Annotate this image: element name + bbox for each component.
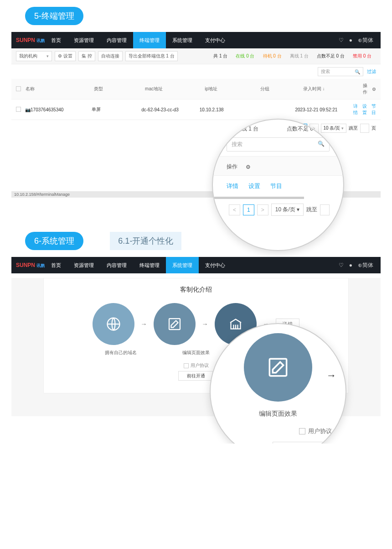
- zoom-step-label: 编辑页面效果: [211, 410, 346, 418]
- zoom-op-program[interactable]: 节目: [270, 182, 282, 190]
- bell-icon[interactable]: ♡: [339, 37, 344, 43]
- toolbar: 我的机构▾ ⚙ 设置 集 控 自动连接 导出全部终端信息 1 台 共 1 台 在…: [11, 48, 381, 64]
- zoom-arrow-icon: →: [326, 370, 336, 382]
- nav-payment[interactable]: 支付中心: [199, 257, 232, 273]
- table-header: 名称 类型 mac地址 ip地址 分组 录入时间 ↓ 操作⚙: [11, 79, 381, 99]
- step-2-label: 编辑页面效果: [182, 350, 210, 356]
- status-total: 共 1 台: [213, 53, 227, 59]
- zoom-protocol-label: 用户协议: [308, 427, 332, 435]
- section-6-1-heading: 6.1-开通个性化: [110, 232, 181, 250]
- arrow-icon: →: [141, 320, 147, 328]
- status-row: 共 1 台 在线 0 台 待机 0 台 离线 1 台 点数不足 0 台 禁用 0…: [213, 53, 376, 59]
- cell-ip: 10.10.2.138: [200, 107, 253, 112]
- col-ops: 操作⚙: [363, 83, 376, 95]
- status-standby: 待机 0 台: [263, 53, 282, 59]
- zoom-pager-next[interactable]: >: [257, 204, 268, 215]
- nav-home[interactable]: 首页: [45, 32, 67, 48]
- cell-type: 单屏: [92, 106, 141, 113]
- nav-resource[interactable]: 资源管理: [67, 257, 100, 273]
- zoom-pager-size[interactable]: 10 条/页 ▾: [271, 204, 304, 216]
- building-icon: [227, 316, 244, 332]
- zoom-op-detail[interactable]: 详情: [227, 182, 238, 190]
- cell-name: 📷1703764635340: [25, 107, 92, 112]
- col-time: 录入时间 ↓: [303, 86, 363, 92]
- user-icon[interactable]: ●: [349, 37, 352, 43]
- op-detail[interactable]: 详情: [353, 103, 358, 116]
- status-offline: 离线 1 台: [290, 53, 309, 59]
- zoom-go-button[interactable]: 前往开通: [273, 442, 332, 444]
- nav-content[interactable]: 内容管理: [100, 257, 133, 273]
- navbar: SUNPN 讯鹏 首页 资源管理 内容管理 终端管理 系统管理 支付中心 ♡ ●…: [11, 32, 381, 48]
- nav-system[interactable]: 系统管理: [166, 32, 199, 48]
- pager-size[interactable]: 10 条/页 ▾: [321, 124, 346, 133]
- nav-home[interactable]: 首页: [45, 257, 67, 273]
- step-1-circle: [93, 303, 134, 345]
- op-program[interactable]: 节目: [371, 103, 376, 116]
- bell-icon[interactable]: ♡: [339, 262, 344, 268]
- terminal-table: 名称 类型 mac地址 ip地址 分组 录入时间 ↓ 操作⚙ 📷17037646…: [11, 79, 381, 120]
- filter-row: 搜索🔍 过滤: [11, 64, 381, 79]
- nav-resource[interactable]: 资源管理: [67, 32, 100, 48]
- checkbox-all[interactable]: [16, 86, 21, 91]
- pager-jump-label: 跳至: [349, 125, 358, 131]
- status-disabled: 禁用 0 台: [353, 53, 371, 59]
- go-activate-button[interactable]: 前往开通: [178, 371, 214, 381]
- section-5-badge: 5-终端管理: [25, 7, 83, 25]
- globe-icon: [105, 316, 122, 332]
- org-select[interactable]: 我的机构▾: [16, 51, 52, 61]
- zoom-search-input[interactable]: 搜索🔍: [227, 137, 330, 152]
- checkbox-row[interactable]: [16, 107, 21, 112]
- nav-terminal[interactable]: 终端管理: [133, 257, 166, 273]
- zoom-jump-label: 跳至: [306, 206, 317, 214]
- col-mac: mac地址: [145, 86, 205, 92]
- zoom-protocol-checkbox[interactable]: [299, 428, 305, 434]
- search-icon: 🔍: [318, 141, 325, 148]
- zoom-lens-1: 离线 1 台 点数不足 0 台 搜索🔍 操作⚙ 详情 设置 节目 < 1 > 1…: [212, 119, 344, 251]
- zoom-op-settings[interactable]: 设置: [248, 182, 260, 190]
- pager-page-suffix: 页: [371, 125, 376, 131]
- app-terminal-manage: SUNPN 讯鹏 首页 资源管理 内容管理 终端管理 系统管理 支付中心 ♡ ●…: [11, 32, 381, 198]
- zoom-pager-cur[interactable]: 1: [243, 204, 254, 215]
- zoom-jump-input[interactable]: [320, 204, 330, 215]
- export-button[interactable]: 导出全部终端信息 1 台: [125, 51, 178, 61]
- filter-link[interactable]: 过滤: [367, 68, 376, 75]
- cell-mac: dc-62-94-23-cc-d3: [141, 107, 200, 112]
- logo: SUNPN 讯鹏: [16, 262, 45, 269]
- user-icon[interactable]: ●: [349, 262, 352, 268]
- sort-icon[interactable]: ↓: [323, 86, 325, 91]
- lang-label[interactable]: ⊕简体: [358, 261, 373, 269]
- settings-button[interactable]: ⚙ 设置: [55, 51, 76, 61]
- nav-content[interactable]: 内容管理: [100, 32, 133, 48]
- nav-payment[interactable]: 支付中心: [199, 32, 232, 48]
- zoom-step-circle: [244, 333, 312, 402]
- lang-label[interactable]: ⊕简体: [358, 37, 373, 44]
- col-name: 名称: [26, 86, 94, 92]
- op-settings[interactable]: 设置: [362, 103, 367, 116]
- col-group: 分组: [260, 86, 303, 92]
- arrow-icon: →: [202, 320, 208, 328]
- cell-time: 2023-12-21 09:52:21: [295, 107, 353, 112]
- logo: SUNPN 讯鹏: [16, 37, 45, 44]
- edit-icon: [265, 355, 291, 380]
- protocol-checkbox[interactable]: [184, 363, 189, 368]
- nav-terminal[interactable]: 终端管理: [133, 32, 166, 48]
- collapse-button[interactable]: 集 控: [78, 51, 95, 61]
- chevron-down-icon: ▾: [341, 126, 344, 131]
- pager: < 1 > 10 条/页 ▾ 跳至 页: [11, 120, 381, 136]
- chevron-down-icon: ▾: [46, 54, 49, 58]
- card-title: 客制化介绍: [44, 286, 348, 294]
- status-lowpoints: 点数不足 0 台: [317, 53, 345, 59]
- search-input[interactable]: 搜索🔍: [318, 67, 363, 76]
- nav-system[interactable]: 系统管理: [166, 257, 199, 273]
- col-type: 类型: [94, 86, 145, 92]
- protocol-label: 用户协议: [191, 362, 209, 369]
- app-system-manage: SUNPN 讯鹏 首页 资源管理 内容管理 终端管理 系统管理 支付中心 ♡ ●…: [11, 257, 381, 416]
- status-online: 在线 0 台: [236, 53, 254, 59]
- zoom-pager-prev[interactable]: <: [229, 204, 240, 215]
- autoconn-button[interactable]: 自动连接: [98, 51, 123, 61]
- search-icon: 🔍: [355, 69, 360, 74]
- pager-jump-input[interactable]: [360, 124, 369, 133]
- navbar-2: SUNPN 讯鹏 首页 资源管理 内容管理 终端管理 系统管理 支付中心 ♡ ●…: [11, 257, 381, 273]
- gear-icon[interactable]: ⚙: [246, 164, 251, 170]
- gear-icon[interactable]: ⚙: [372, 87, 376, 92]
